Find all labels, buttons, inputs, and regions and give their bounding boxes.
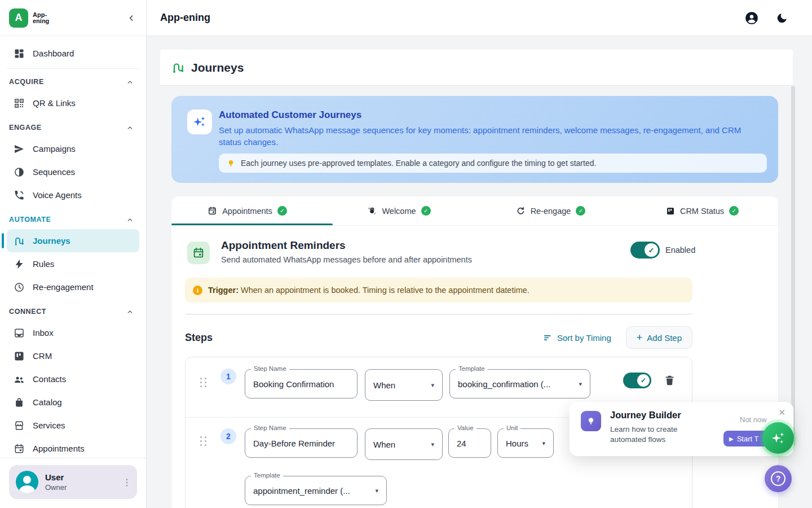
lightbulb-icon (227, 159, 235, 168)
trigger-note: i Trigger:When an appointment is booked.… (185, 278, 692, 303)
bag-icon (14, 397, 25, 408)
waving-hand-icon (367, 206, 377, 216)
app-logo-text: App- ening (33, 12, 49, 24)
step-name-input[interactable]: Step Name Day-Before Reminder (245, 428, 358, 458)
sidebar-header: A App- ening (0, 0, 146, 36)
close-icon[interactable]: ✕ (778, 408, 785, 418)
check-badge-icon: ✓ (576, 206, 585, 216)
sidebar-item-voice-agents[interactable]: Voice Agents (7, 183, 139, 207)
account-button[interactable] (744, 11, 759, 25)
popup-text: automated flows (610, 435, 665, 444)
sort-by-timing-button[interactable]: Sort by Timing (543, 333, 611, 343)
delete-step-button[interactable] (664, 374, 676, 386)
step-number-badge: 1 (220, 369, 236, 384)
send-icon (14, 143, 25, 155)
ai-assistant-fab[interactable] (762, 422, 794, 454)
sidebar-item-catalog[interactable]: Catalog (7, 391, 139, 414)
section-header-automate[interactable]: AUTOMATE (7, 210, 139, 229)
field-label: Template (456, 365, 488, 372)
sidebar-item-appointments[interactable]: Appointments (7, 437, 139, 458)
sidebar-collapse-button[interactable] (127, 14, 136, 23)
sidebar-item-qr-links[interactable]: QR & Links (7, 91, 139, 115)
check-badge-icon: ✓ (729, 206, 739, 216)
tab-label: Re-engage (531, 207, 571, 216)
sidebar-item-inbox[interactable]: Inbox (7, 321, 139, 344)
sidebar-item-campaigns[interactable]: Campaigns (7, 137, 139, 160)
kanban-icon (14, 351, 25, 362)
sidebar-footer: User Owner ⋮ (0, 458, 146, 508)
tab-welcome[interactable]: Welcome ✓ (323, 196, 475, 225)
sidebar-nav: Dashboard ACQUIRE QR & Links ENGAGE Camp… (0, 36, 146, 458)
sidebar-item-label: Dashboard (33, 49, 74, 58)
journey-builder-popup: Journey Builder Learn how to create auto… (570, 402, 793, 456)
sidebar-item-label: Catalog (33, 397, 62, 407)
kanban-icon (666, 207, 675, 216)
plus-icon: + (637, 334, 643, 341)
moon-icon (776, 12, 788, 24)
scrollbar[interactable] (791, 86, 795, 446)
toggle-check-icon: ✓ (637, 374, 650, 387)
section-header-connect[interactable]: CONNECT (7, 302, 139, 321)
field-value: When (373, 380, 395, 390)
not-now-button[interactable]: Not now (740, 415, 767, 424)
popup-title: Journey Builder (610, 410, 681, 421)
when-select[interactable]: When ▾ (365, 369, 443, 401)
step-enabled-toggle[interactable]: ✓ (623, 373, 651, 388)
sparkles-icon (187, 110, 212, 134)
sparkles-icon (770, 430, 787, 446)
lightbulb-icon (581, 411, 601, 431)
sidebar-item-crm[interactable]: CRM (7, 344, 139, 367)
popup-text: Learn how to create (610, 425, 677, 433)
calendar-icon (187, 242, 210, 264)
sidebar-item-dashboard[interactable]: Dashboard (7, 42, 139, 65)
tab-label: Appointments (222, 207, 272, 216)
sidebar-item-label: CRM (33, 351, 52, 361)
sidebar-item-contacts[interactable]: Contacts (7, 367, 139, 391)
enabled-toggle[interactable]: ✓ (630, 242, 660, 259)
sidebar-item-services[interactable]: Services (7, 414, 139, 437)
step-name-input[interactable]: Step Name Booking Confirmation (245, 369, 358, 398)
when-select[interactable]: When ▾ (365, 428, 443, 460)
template-select[interactable]: Template booking_confirmation (... ▾ (449, 369, 590, 398)
section-label: ENGAGE (9, 124, 42, 132)
sidebar-item-label: Re-engagement (33, 282, 94, 292)
tab-appointments[interactable]: Appointments ✓ (171, 196, 323, 225)
journeys-panel: Appointments ✓ Welcome ✓ Re-engage ✓ CRM… (171, 196, 778, 508)
logo-line2: ening (33, 18, 49, 24)
value-input[interactable]: Value 24 (448, 428, 491, 458)
section-label: ACQUIRE (9, 78, 44, 86)
help-fab[interactable]: ? (765, 465, 792, 492)
steps-header: Steps Sort by Timing + Add Step (185, 325, 692, 350)
dark-mode-button[interactable] (776, 12, 788, 24)
info-banner: Automated Customer Journeys Set up autom… (171, 96, 778, 183)
section-header-acquire[interactable]: ACQUIRE (7, 72, 139, 91)
drag-handle-icon[interactable] (200, 378, 206, 387)
sidebar-item-journeys[interactable]: Journeys (7, 229, 139, 252)
field-value: booking_confirmation (... (458, 379, 550, 389)
unit-select[interactable]: Unit Hours ▾ (497, 428, 554, 458)
chevron-up-icon (126, 78, 134, 86)
sidebar-item-sequences[interactable]: Sequences (7, 160, 139, 183)
reminders-title: Appointment Reminders (221, 239, 346, 252)
storefront-icon (14, 420, 25, 431)
refresh-icon (516, 206, 526, 216)
field-label: Value (454, 424, 476, 431)
user-card[interactable]: User Owner ⋮ (9, 465, 137, 499)
tab-reengage[interactable]: Re-engage ✓ (475, 196, 626, 225)
lightning-icon (14, 259, 25, 270)
section-header-engage[interactable]: ENGAGE (7, 118, 139, 137)
field-label: Template (251, 472, 283, 479)
drag-handle-icon[interactable] (200, 436, 206, 446)
chevron-up-icon (126, 216, 134, 224)
top-bar: App-ening (147, 0, 812, 36)
add-step-button[interactable]: + Add Step (626, 326, 692, 349)
field-value: Booking Confirmation (253, 379, 334, 389)
sidebar-item-reengagement[interactable]: Re-engagement (7, 275, 139, 299)
template-select[interactable]: Template appointment_reminder (... ▾ (245, 476, 387, 505)
banner-description: Set up automatic WhatsApp message sequen… (219, 124, 762, 148)
clock-icon (14, 282, 25, 293)
sidebar-item-rules[interactable]: Rules (7, 252, 139, 275)
kebab-menu-icon[interactable]: ⋮ (122, 481, 131, 484)
tab-crm-status[interactable]: CRM Status ✓ (626, 196, 778, 225)
toggle-check-icon: ✓ (645, 243, 658, 257)
